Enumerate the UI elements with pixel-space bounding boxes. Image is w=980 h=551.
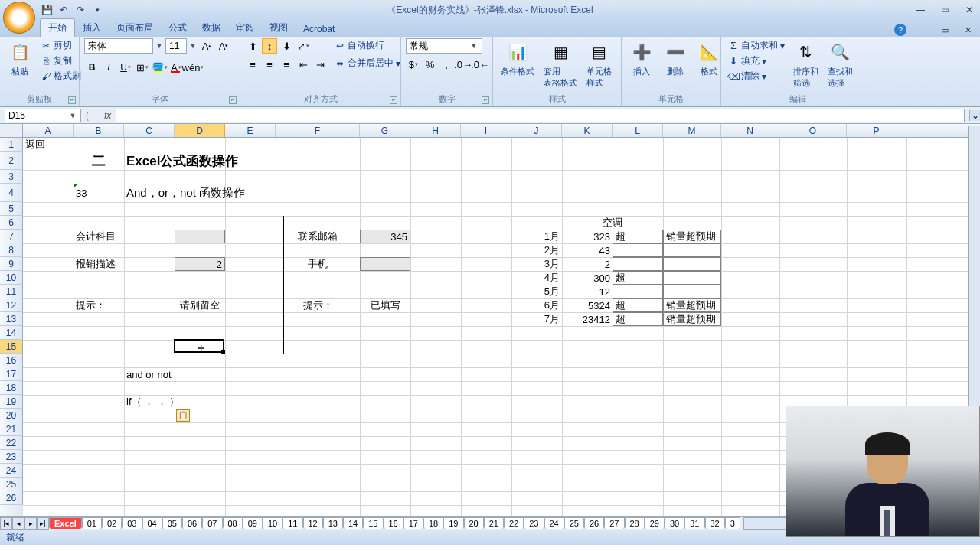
copy-button[interactable]: ⎘复制 — [38, 54, 83, 68]
tab-data[interactable]: 数据 — [194, 19, 228, 37]
sheet-tab-18[interactable]: 18 — [423, 517, 443, 529]
align-middle-button[interactable]: ↕ — [262, 38, 277, 54]
ribbon-minimize-button[interactable]: — — [914, 23, 929, 37]
format-cells-button[interactable]: 📐格式 — [694, 38, 724, 79]
sheet-tab-28[interactable]: 28 — [625, 517, 645, 529]
align-right-button[interactable]: ≡ — [279, 57, 294, 72]
workbook-close-button[interactable]: ✕ — [960, 23, 975, 37]
cell-B7[interactable]: 会计科目 — [74, 230, 124, 243]
row-header-16[interactable]: 16 — [0, 354, 23, 367]
cell-K7[interactable]: 323 — [562, 230, 612, 243]
close-button[interactable]: ✕ — [962, 3, 977, 17]
tab-review[interactable]: 审阅 — [228, 19, 262, 37]
cell-J13[interactable]: 7月 — [511, 312, 562, 326]
cell-C19[interactable]: if（ ， ， ） — [124, 395, 277, 409]
sheet-tab-09[interactable]: 09 — [243, 517, 263, 529]
sheet-nav-next[interactable]: ▸ — [24, 517, 37, 530]
tab-acrobat[interactable]: Acrobat — [296, 21, 342, 37]
cell-J8[interactable]: 2月 — [511, 243, 562, 257]
row-header-19[interactable]: 19 — [0, 395, 23, 409]
cell-F9[interactable]: 手机 — [276, 257, 360, 271]
cell-J9[interactable]: 3月 — [511, 257, 562, 271]
sheet-tab-17[interactable]: 17 — [403, 517, 423, 529]
align-center-button[interactable]: ≡ — [262, 57, 277, 72]
cut-button[interactable]: ✂剪切 — [38, 38, 83, 53]
cell-B4[interactable]: 33 — [74, 184, 124, 202]
sheet-tab-16[interactable]: 16 — [384, 517, 403, 529]
col-header-J[interactable]: J — [511, 124, 562, 137]
font-name-combo[interactable]: 宋体 — [84, 38, 153, 54]
row-header-6[interactable]: 6 — [0, 216, 23, 230]
tab-view[interactable]: 视图 — [262, 19, 296, 37]
sheet-tab-27[interactable]: 27 — [604, 517, 624, 529]
qat-save-icon[interactable]: 💾 — [40, 3, 54, 17]
formula-input[interactable] — [116, 109, 965, 122]
accounting-format-button[interactable]: $▾ — [406, 57, 421, 72]
find-select-button[interactable]: 🔍查找和 选择 — [825, 38, 856, 90]
row-header-20[interactable]: 20 — [0, 409, 23, 422]
cell-styles-button[interactable]: ▤单元格 样式 — [583, 38, 615, 90]
insert-cells-button[interactable]: ➕插入 — [626, 38, 657, 79]
cell-D12[interactable]: 请别留空 — [175, 298, 225, 312]
number-launcher[interactable]: ⌐ — [482, 96, 489, 104]
cell-A1[interactable]: 返回 — [23, 138, 74, 152]
cell-K13[interactable]: 23412 — [562, 312, 612, 326]
name-box[interactable]: D15▼ — [5, 109, 81, 122]
col-header-C[interactable]: C — [124, 124, 175, 137]
chevron-down-icon[interactable]: ▼ — [155, 42, 164, 50]
row-header-24[interactable]: 24 — [0, 464, 23, 478]
align-top-button[interactable]: ⬆ — [245, 38, 260, 54]
autosum-button[interactable]: Σ自动求和▾ — [726, 38, 787, 53]
row-header-5[interactable]: 5 — [0, 202, 23, 216]
row-header-17[interactable]: 17 — [0, 367, 23, 381]
align-left-button[interactable]: ≡ — [245, 57, 260, 72]
row-header-1[interactable]: 1 — [0, 138, 23, 152]
cell-B2[interactable]: 二 — [74, 152, 124, 170]
row-header-15[interactable]: 15 — [0, 340, 23, 354]
cell-K9[interactable]: 2 — [562, 257, 612, 271]
italic-button[interactable]: I — [101, 60, 116, 75]
sheet-tab-29[interactable]: 29 — [645, 517, 665, 529]
paste-button[interactable]: 📋 粘贴 — [5, 38, 35, 79]
row-header-22[interactable]: 22 — [0, 436, 23, 450]
cell-M8[interactable] — [663, 243, 721, 257]
col-header-E[interactable]: E — [225, 124, 276, 137]
cell-L11[interactable] — [612, 285, 663, 298]
input-cell-D9[interactable]: 2 — [175, 257, 225, 271]
sheet-tab-3[interactable]: 3 — [725, 517, 740, 529]
row-header-7[interactable]: 7 — [0, 230, 23, 243]
sheet-tab-06[interactable]: 06 — [182, 517, 202, 529]
cell-K11[interactable]: 12 — [562, 285, 612, 298]
col-header-L[interactable]: L — [612, 124, 663, 137]
row-header-14[interactable]: 14 — [0, 326, 23, 340]
sheet-tab-08[interactable]: 08 — [223, 517, 243, 529]
qat-redo-icon[interactable]: ↷ — [74, 3, 87, 17]
cell-L9[interactable] — [612, 257, 663, 271]
cell-M10[interactable] — [663, 271, 721, 285]
cell-B12[interactable]: 提示： — [74, 298, 124, 312]
sheet-tab-30[interactable]: 30 — [665, 517, 684, 529]
fill-color-button[interactable]: 🪣▾ — [152, 60, 167, 75]
sheet-tab-19[interactable]: 19 — [443, 517, 463, 529]
row-header-10[interactable]: 10 — [0, 271, 23, 285]
delete-cells-button[interactable]: ➖删除 — [660, 38, 691, 79]
bold-button[interactable]: B — [84, 60, 100, 75]
col-header-K[interactable]: K — [562, 124, 612, 137]
cell-K6[interactable]: 空调 — [562, 216, 663, 230]
row-header-21[interactable]: 21 — [0, 422, 23, 436]
sheet-tab-11[interactable]: 11 — [283, 517, 302, 529]
col-header-A[interactable]: A — [23, 124, 74, 137]
sheet-tab-Excel[interactable]: Excel — [49, 517, 82, 529]
col-header-N[interactable]: N — [721, 124, 779, 137]
fx-icon[interactable]: fx — [104, 110, 111, 121]
decrease-indent-button[interactable]: ⇤ — [296, 57, 311, 72]
clear-button[interactable]: ⌫清除▾ — [726, 69, 787, 83]
qat-undo-icon[interactable]: ↶ — [57, 3, 70, 17]
col-header-M[interactable]: M — [663, 124, 721, 137]
sheet-tab-02[interactable]: 02 — [102, 517, 122, 529]
sort-filter-button[interactable]: ⇅排序和 筛选 — [790, 38, 822, 90]
input-cell-G7[interactable]: 345 — [360, 230, 410, 243]
merge-center-button[interactable]: ⬌合并后居中▾ — [332, 56, 403, 70]
minimize-button[interactable]: — — [913, 3, 928, 17]
sheet-tab-14[interactable]: 14 — [343, 517, 363, 529]
